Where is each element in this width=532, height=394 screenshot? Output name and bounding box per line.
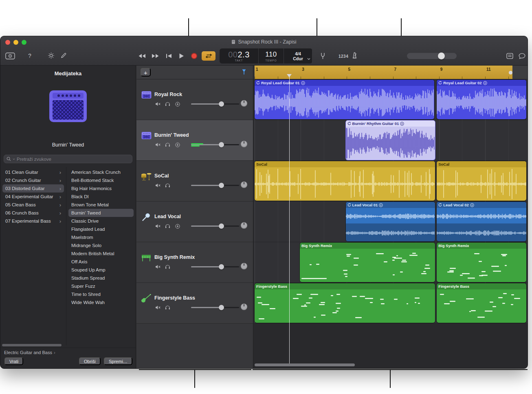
pan-knob[interactable] (241, 263, 247, 269)
rewind-button[interactable] (138, 53, 146, 59)
track-header-lead-vocal[interactable]: Lead Vocal (136, 201, 253, 242)
category-item-01-clean-guitar[interactable]: 01 Clean Guitar› (2, 168, 64, 176)
patch-item-burnin-tweed[interactable]: Burnin' Tweed (68, 209, 134, 217)
mute-button[interactable] (154, 304, 161, 311)
mute-button[interactable] (154, 264, 161, 270)
catch-playhead-button[interactable] (241, 69, 247, 77)
volume-thumb[interactable] (219, 101, 224, 107)
patch-item-wide-wide-wah[interactable]: Wide Wide Wah (68, 298, 134, 306)
track-volume-slider[interactable] (191, 263, 239, 270)
mute-button[interactable] (154, 142, 161, 148)
region-fingerstyle-bass[interactable]: Fingerstyle Bass (437, 283, 526, 323)
region-big-synth-remix[interactable]: Big Synth Remix (437, 243, 526, 282)
metronome-button[interactable] (352, 52, 358, 59)
lcd-display[interactable]: 002.3 TAKT 110 TEMPO 4/4 Cdur (220, 48, 312, 63)
go-to-beginning-button[interactable] (166, 53, 172, 59)
patch-item-stadium-spread[interactable]: Stadium Spread (68, 274, 134, 282)
region-socal[interactable]: SoCal (255, 161, 435, 201)
patch-item-american-stack-crunch[interactable]: American Stack Crunch (68, 168, 134, 176)
headphones-button[interactable] (164, 304, 171, 311)
revert-button[interactable]: Vrati (4, 357, 23, 365)
delete-button[interactable]: Obriši (79, 357, 101, 365)
patch-item-off-axis[interactable]: Off Axis (68, 258, 134, 266)
category-item-03-distorted-guitar[interactable]: 03 Distorted Guitar› (2, 184, 64, 193)
save-button[interactable]: Spremi… (104, 357, 132, 365)
download-button[interactable] (174, 223, 181, 229)
search-input[interactable] (17, 157, 130, 162)
timeline-scrollbar[interactable] (255, 363, 355, 366)
notepad-button[interactable] (506, 53, 513, 59)
headphones-button[interactable] (164, 182, 171, 188)
region-fingerstyle-bass[interactable]: Fingerstyle Bass (255, 283, 435, 323)
help-button[interactable]: ? (28, 53, 31, 59)
play-button[interactable] (179, 53, 184, 59)
mute-button[interactable] (154, 182, 161, 188)
bar-ruler[interactable]: 1357911 (254, 66, 528, 79)
volume-thumb[interactable] (219, 223, 224, 229)
track-volume-slider[interactable] (191, 304, 239, 311)
track-header-royal-rock[interactable]: Royal Rock (136, 79, 253, 120)
patch-item-black-di[interactable]: Black DI (68, 193, 134, 201)
category-item-04-experimental-guitar[interactable]: 04 Experimental Guitar› (2, 193, 64, 201)
volume-thumb[interactable] (219, 305, 224, 310)
ruler-handle[interactable] (509, 71, 512, 74)
track-header-fingerstyle-bass[interactable]: Fingerstyle Bass (136, 283, 253, 324)
sound-search-field[interactable] (4, 155, 132, 163)
fast-forward-button[interactable] (152, 53, 159, 59)
volume-thumb[interactable] (219, 183, 224, 188)
volume-thumb[interactable] (219, 142, 224, 147)
category-item-06-crunch-bass[interactable]: 06 Crunch Bass› (2, 209, 64, 217)
pan-knob[interactable] (241, 141, 247, 147)
patch-item-maelstrom[interactable]: Maelstrom (68, 233, 134, 241)
patch-item-time-to-shred[interactable]: Time to Shred (68, 290, 134, 298)
headphones-button[interactable] (164, 264, 171, 270)
headphones-button[interactable] (164, 142, 171, 148)
pan-knob[interactable] (241, 222, 247, 229)
download-button[interactable] (174, 101, 181, 107)
patch-item-modern-british-metal[interactable]: Modern British Metal (68, 250, 134, 258)
headphones-button[interactable] (164, 223, 171, 229)
track-volume-slider[interactable] (191, 101, 239, 107)
count-in-button[interactable]: 1234 (339, 54, 348, 59)
category-item-02-crunch-guitar[interactable]: 02 Crunch Guitar› (2, 176, 64, 184)
master-volume-slider[interactable] (407, 53, 457, 59)
cycle-button[interactable] (202, 51, 215, 61)
record-button[interactable] (191, 53, 197, 59)
track-header-burnin-tweed[interactable]: Burnin' Tweed (136, 120, 253, 161)
track-header-socal[interactable]: SoCal (136, 161, 253, 201)
track-volume-slider[interactable] (191, 223, 239, 229)
category-item-07-experimental-bass[interactable]: 07 Experimental Bass› (2, 217, 64, 225)
mute-button[interactable] (154, 223, 161, 229)
volume-thumb[interactable] (219, 264, 224, 269)
patch-item-midrange-solo[interactable]: Midrange Solo (68, 241, 134, 250)
region-royal-lead-guitar-01[interactable]: Royal Lead Guitar 01 (255, 80, 434, 119)
patch-item-souped-up-amp[interactable]: Souped Up Amp (68, 266, 134, 274)
playhead[interactable] (289, 74, 290, 363)
chevron-down-icon[interactable] (307, 55, 310, 62)
region-royal-lead-guitar-02[interactable]: Royal Lead Guitar 02 (437, 80, 526, 119)
patch-item-super-fuzz[interactable]: Super Fuzz (68, 282, 134, 290)
patch-item-big-hair-harmonics[interactable]: Big Hair Harmonics (68, 184, 134, 193)
headphones-button[interactable] (164, 101, 171, 107)
region-burnin-rhythm-guitar-01[interactable]: Burnin' Rhythm Guitar 01 (346, 120, 435, 160)
track-volume-slider[interactable] (191, 182, 239, 188)
pan-knob[interactable] (241, 304, 247, 310)
region-big-synth-remix[interactable]: Big Synth Remix (300, 243, 435, 282)
quick-help-pencil-button[interactable] (61, 53, 66, 58)
library-button[interactable] (5, 53, 15, 59)
sidebar-scrollbar[interactable] (2, 344, 62, 346)
tuner-button[interactable] (321, 53, 325, 59)
patch-item-classic-drive[interactable]: Classic Drive (68, 217, 134, 225)
display-brightness-button[interactable] (48, 52, 55, 59)
cycle-range-strip[interactable] (255, 66, 512, 79)
pan-knob[interactable] (241, 100, 247, 107)
breadcrumb[interactable]: Electric Guitar and Bass› (4, 350, 55, 355)
patch-item-flangiated-lead[interactable]: Flangiated Lead (68, 225, 134, 233)
track-header-big-synth-remix[interactable]: Big Synth Remix (136, 242, 253, 283)
chat-button[interactable] (519, 53, 525, 59)
patch-item-brown-tone-metal[interactable]: Brown Tone Metal (68, 201, 134, 209)
mute-button[interactable] (154, 101, 161, 107)
pan-knob[interactable] (241, 182, 247, 188)
download-button[interactable] (174, 142, 181, 148)
category-item-05-clean-bass[interactable]: 05 Clean Bass› (2, 201, 64, 209)
